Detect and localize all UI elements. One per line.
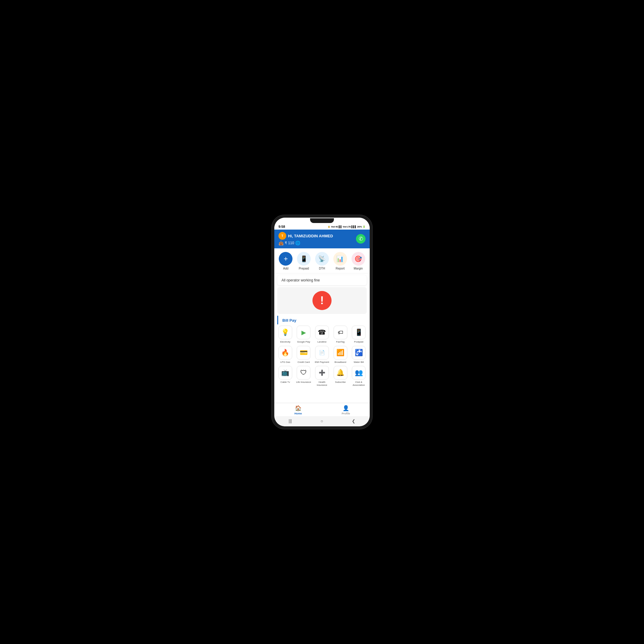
lpg-gas-label: LPG Gas (280, 361, 290, 364)
system-nav: ||| ○ ❮ (274, 416, 370, 426)
bill-item-emi-payment[interactable]: 📄 EMI Payment (314, 346, 330, 364)
cable-tv-label: Cable Tv (281, 381, 290, 384)
electricity-label: Electricity (280, 340, 290, 343)
water-bill-label: Water Bill (354, 361, 364, 364)
electricity-icon: 💡 (278, 326, 292, 339)
bill-item-electricity[interactable]: 💡 Electricity (277, 326, 293, 343)
alert-banner: All operator working fine (277, 275, 367, 285)
fasttag-icon: 🏷 (334, 326, 347, 339)
action-dth[interactable]: 📡 DTH (315, 252, 329, 270)
notch (310, 218, 334, 223)
home-nav-label: Home (294, 412, 302, 415)
notch-area (274, 218, 370, 223)
home-button[interactable]: ○ (321, 419, 323, 423)
health-insurance-label: Health Insurance (314, 381, 330, 386)
emi-payment-icon: 📄 (315, 346, 329, 360)
greeting-text: Hi, TAMIZUDDIN AHMED (288, 234, 333, 238)
bill-item-club-association[interactable]: 👥 Club & Association (351, 366, 367, 386)
quick-actions: + Add 📱 Prepaid 📡 DTH (274, 248, 370, 273)
profile-nav-icon: 👤 (343, 405, 349, 411)
nav-profile[interactable]: 👤 Profile (322, 405, 370, 415)
google-play-icon: ▶ (297, 326, 310, 339)
dth-label: DTH (319, 267, 325, 270)
recents-button[interactable]: ||| (289, 419, 292, 423)
scroll-area[interactable]: + Add 📱 Prepaid 📡 DTH (274, 248, 370, 403)
bill-grid: 💡 Electricity ▶ Google Play ☎ Landline 🏷… (274, 324, 370, 389)
health-insurance-icon: ➕ (315, 366, 329, 380)
network1-label: Vod 4G (331, 226, 338, 228)
dth-icon-circle: 📡 (315, 252, 329, 266)
bill-item-credit-card[interactable]: 💳 Credit Card (296, 346, 312, 364)
status-bar: 9:58 🔒 Vod 4G ▌▌ Vod LTE ▌▌▌ 26% 🔋 (274, 223, 370, 230)
postpaid-label: Postpaid (354, 340, 363, 343)
add-icon-circle: + (279, 252, 292, 266)
exclamation-icon: ! (312, 291, 332, 310)
battery-icon: 🔋 (363, 225, 366, 228)
bill-item-health-insurance[interactable]: ➕ Health Insurance (314, 366, 330, 386)
prepaid-label: Prepaid (299, 267, 309, 270)
bill-item-fasttag[interactable]: 🏷 FastTag (332, 326, 349, 343)
margin-icon: 🎯 (354, 255, 362, 262)
subscribe-label: Subscribe (335, 381, 346, 384)
whatsapp-button[interactable]: ✆ (356, 234, 366, 244)
back-button[interactable]: ❮ (352, 419, 355, 423)
broadband-label: Broadband (335, 361, 346, 364)
life-insurance-icon: 🛡 (297, 366, 310, 380)
network2-label: Vod LTE (343, 226, 351, 228)
landline-icon: ☎ (315, 326, 329, 339)
section-title: Bill Pay (277, 316, 370, 324)
header-balance: 👜 ₹ 110 🌐 (278, 241, 333, 245)
bill-item-postpaid[interactable]: 📱 Postpaid (351, 326, 367, 343)
credit-card-label: Credit Card (298, 361, 310, 364)
profile-nav-label: Profile (342, 412, 350, 415)
water-bill-icon: 🚰 (352, 346, 366, 360)
report-icon-circle: 📊 (333, 252, 347, 266)
network-indicator: 🔒 (328, 225, 330, 228)
dth-icon: 📡 (318, 255, 326, 262)
bill-item-google-play[interactable]: ▶ Google Play (296, 326, 312, 343)
bill-item-landline[interactable]: ☎ Landline (314, 326, 330, 343)
bill-item-water-bill[interactable]: 🚰 Water Bill (351, 346, 367, 364)
balance-amount: ₹ 110 (285, 241, 294, 245)
bill-item-broadband[interactable]: 📶 Broadband (332, 346, 349, 364)
bill-item-subscribe[interactable]: 🔔 Subscribe (332, 366, 349, 386)
status-time: 9:58 (278, 225, 285, 228)
prepaid-icon: 📱 (300, 255, 308, 262)
avatar: T (278, 232, 286, 240)
home-nav-icon: 🏠 (295, 405, 301, 411)
life-insurance-label: Life Insurance (296, 381, 311, 384)
header-left: T Hi, TAMIZUDDIN AHMED 👜 ₹ 110 🌐 (278, 232, 333, 245)
bill-pay-section: Bill Pay 💡 Electricity ▶ Google Play ☎ L… (274, 316, 370, 389)
postpaid-icon: 📱 (352, 326, 366, 339)
add-label: Add (283, 267, 288, 270)
report-icon: 📊 (336, 255, 344, 262)
club-association-label: Club & Association (351, 381, 367, 386)
wallet-icon: 👜 (278, 241, 284, 245)
status-icons: 🔒 Vod 4G ▌▌ Vod LTE ▌▌▌ 26% 🔋 (328, 225, 366, 228)
bill-item-cable-tv[interactable]: 📺 Cable Tv (277, 366, 293, 386)
broadband-icon: 📶 (334, 346, 347, 360)
bottom-nav: 🏠 Home 👤 Profile (274, 403, 370, 416)
header: T Hi, TAMIZUDDIN AHMED 👜 ₹ 110 🌐 ✆ (274, 230, 370, 248)
battery-label: 26% (357, 225, 362, 228)
emi-payment-label: EMI Payment (315, 361, 329, 364)
alert-visual: ! (277, 287, 367, 314)
margin-icon-circle: 🎯 (352, 252, 365, 266)
header-greeting: T Hi, TAMIZUDDIN AHMED (278, 232, 333, 240)
landline-label: Landline (318, 340, 326, 343)
signal-icon: ▌▌ (339, 225, 342, 228)
action-report[interactable]: 📊 Report (333, 252, 347, 270)
bill-item-lpg-gas[interactable]: 🔥 LPG Gas (277, 346, 293, 364)
signal2-icon: ▌▌▌ (352, 225, 357, 228)
margin-label: Margin (354, 267, 363, 270)
report-label: Report (336, 267, 345, 270)
action-margin[interactable]: 🎯 Margin (352, 252, 365, 270)
prepaid-icon-circle: 📱 (297, 252, 311, 266)
bill-item-life-insurance[interactable]: 🛡 Life Insurance (296, 366, 312, 386)
nav-home[interactable]: 🏠 Home (274, 405, 322, 415)
action-add[interactable]: + Add (279, 252, 292, 270)
action-prepaid[interactable]: 📱 Prepaid (297, 252, 311, 270)
subscribe-icon: 🔔 (334, 366, 347, 380)
fasttag-label: FastTag (336, 340, 344, 343)
globe-icon: 🌐 (295, 241, 300, 245)
